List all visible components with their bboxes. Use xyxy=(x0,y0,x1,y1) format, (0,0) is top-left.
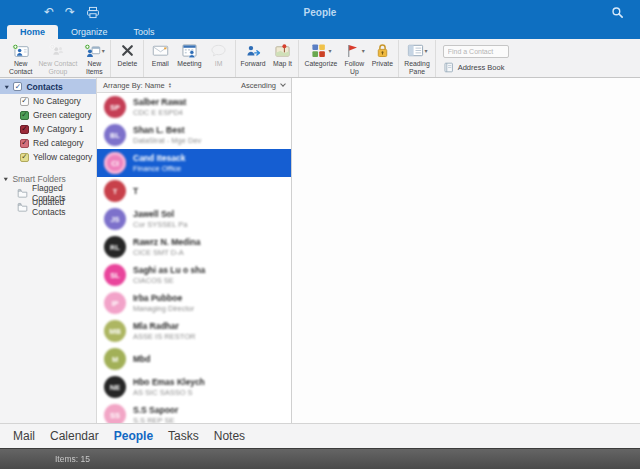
sidebar-contacts-label: Contacts xyxy=(26,82,62,92)
nav-item-mail[interactable]: Mail xyxy=(13,429,35,443)
titlebar: ↶ ↷ People xyxy=(0,0,640,24)
find-contact-input[interactable] xyxy=(443,45,509,58)
sidebar-category-item[interactable]: ✓No Category xyxy=(0,94,96,108)
forward-button[interactable]: Forward xyxy=(238,41,269,68)
contact-subtitle: ASSE IS RESTOR xyxy=(133,332,195,341)
search-icon[interactable] xyxy=(611,5,624,23)
contacts-checkbox[interactable]: ✓ xyxy=(13,82,22,91)
category-label: Green category xyxy=(33,110,92,120)
follow-up-button[interactable]: ▾Follow Up xyxy=(340,41,368,76)
contact-list-item[interactable]: RLRawrz N. MedinaCICE SMT D-A xyxy=(97,233,291,261)
tab-organize[interactable]: Organize xyxy=(58,25,121,39)
sidebar: ▼✓Contacts✓No Category✓Green category✓My… xyxy=(0,78,97,423)
category-checkbox[interactable]: ✓ xyxy=(20,111,29,120)
sidebar-smart-folder-item[interactable]: Updated Contacts xyxy=(0,200,96,214)
category-checkbox[interactable]: ✓ xyxy=(20,125,29,134)
category-checkbox[interactable]: ✓ xyxy=(20,139,29,148)
email-icon xyxy=(152,43,169,58)
contact-subtitle: Finance Office xyxy=(133,164,185,173)
ribbon-tab-strip: HomeOrganizeTools xyxy=(0,24,640,39)
contact-list-item[interactable]: SLSaghi as Lu o shaCIACOS SE xyxy=(97,261,291,289)
private-button[interactable]: Private xyxy=(368,41,396,68)
contact-list-item[interactable]: NEHbo Emas KleychAS SIC SASSO S xyxy=(97,373,291,401)
disclosure-triangle-icon[interactable]: ▼ xyxy=(3,84,10,90)
contact-name: Salber Rawat xyxy=(133,97,186,107)
smart-folder-label: Updated Contacts xyxy=(32,197,96,217)
ribbon-group: Delete xyxy=(111,40,144,77)
contact-list-item[interactable]: TT xyxy=(97,177,291,205)
undo-icon[interactable]: ↶ xyxy=(44,6,54,18)
meeting-button[interactable]: Meeting xyxy=(174,41,204,68)
contact-subtitle: Managing Director xyxy=(133,304,194,313)
status-bar: Items: 15 xyxy=(0,448,640,469)
dropdown-arrow-icon: ▾ xyxy=(102,47,105,54)
tab-home[interactable]: Home xyxy=(7,25,58,39)
sidebar-item-contacts[interactable]: ▼✓Contacts xyxy=(0,79,96,94)
print-icon[interactable] xyxy=(86,6,100,19)
chevron-down-icon xyxy=(280,81,286,87)
address-book-button[interactable]: Address Book xyxy=(443,62,509,73)
contact-name: T xyxy=(133,186,138,196)
contact-avatar: JS xyxy=(104,208,126,230)
new-items-icon xyxy=(84,43,101,58)
sidebar-category-item[interactable]: ✓Green category xyxy=(0,108,96,122)
follow-up-icon xyxy=(344,43,361,58)
redo-icon[interactable]: ↷ xyxy=(65,6,75,18)
sidebar-category-item[interactable]: ✓My Catgory 1 xyxy=(0,122,96,136)
sort-order-control[interactable]: Ascending xyxy=(241,81,285,90)
new-items-label: New Items xyxy=(86,60,103,76)
meeting-label: Meeting xyxy=(177,60,201,68)
sidebar-category-item[interactable]: ✓Yellow category xyxy=(0,150,96,164)
category-checkbox[interactable]: ✓ xyxy=(20,153,29,162)
contact-list-item[interactable]: JSJawell SolCor SYSSEL Pa xyxy=(97,205,291,233)
nav-item-calendar[interactable]: Calendar xyxy=(50,429,99,443)
contact-avatar: MB xyxy=(104,320,126,342)
categorize-button[interactable]: ▾Categorize xyxy=(301,41,340,68)
contact-list-item[interactable]: IPIrba PubboeManaging Director xyxy=(97,289,291,317)
contact-name: S.S Sapoor xyxy=(133,405,178,415)
ribbon: New ContactNew Contact Group▾New ItemsDe… xyxy=(0,39,640,78)
delete-icon xyxy=(119,43,136,58)
nav-item-people[interactable]: People xyxy=(114,429,153,443)
map-it-label: Map It xyxy=(273,60,292,68)
arrange-by-control[interactable]: Arrange By: Name ▴▾ xyxy=(103,81,171,90)
map-it-icon xyxy=(274,43,291,58)
contact-list-item[interactable]: SSS.S SapoorS.S REP SE xyxy=(97,401,291,423)
reading-pane xyxy=(292,78,640,423)
sidebar-category-item[interactable]: ✓Red category xyxy=(0,136,96,150)
contact-name: Cand Itesack xyxy=(133,153,185,163)
map-it-button[interactable]: Map It xyxy=(268,41,296,68)
contact-subtitle: DataStrat - Mge Dev xyxy=(133,136,201,145)
contact-list-item[interactable]: MMbd xyxy=(97,345,291,373)
address-book-icon xyxy=(443,62,454,73)
forward-icon xyxy=(245,43,262,58)
new-contact-button[interactable]: New Contact xyxy=(6,41,35,76)
reading-pane-button[interactable]: ▾Reading Pane xyxy=(401,41,432,76)
contact-list-item[interactable]: BLShan L. BestDataStrat - Mge Dev xyxy=(97,121,291,149)
contact-list-item[interactable]: SPSalber RawatCDC E ESPD4 xyxy=(97,93,291,121)
contact-avatar: CI xyxy=(104,152,126,174)
categorize-icon xyxy=(310,43,327,58)
new-items-button[interactable]: ▾New Items xyxy=(80,41,108,76)
outlook-window: ↶ ↷ People HomeOrganizeTools New Contact… xyxy=(0,0,640,469)
reading-pane-label: Reading Pane xyxy=(404,60,429,76)
contact-avatar: T xyxy=(104,180,126,202)
disclosure-triangle-icon[interactable]: ▼ xyxy=(2,176,9,182)
private-label: Private xyxy=(372,60,393,68)
delete-button[interactable]: Delete xyxy=(113,41,141,68)
contact-list-item[interactable]: CICand ItesackFinance Office xyxy=(97,149,291,177)
email-button[interactable]: Email xyxy=(146,41,174,68)
im-button: IM xyxy=(205,41,233,68)
email-label: Email xyxy=(152,60,169,68)
contact-name: Saghi as Lu o sha xyxy=(133,265,205,275)
new-contact-icon xyxy=(12,43,29,58)
nav-item-tasks[interactable]: Tasks xyxy=(168,429,199,443)
contact-list-pane: Arrange By: Name ▴▾ Ascending SPSalber R… xyxy=(97,78,292,423)
contact-name: Mbd xyxy=(133,354,150,364)
category-checkbox[interactable]: ✓ xyxy=(20,97,29,106)
bottom-nav: MailCalendarPeopleTasksNotes xyxy=(0,423,640,448)
new-contact-group-icon xyxy=(49,43,66,58)
contact-list-item[interactable]: MBMla RadharASSE IS RESTOR xyxy=(97,317,291,345)
nav-item-notes[interactable]: Notes xyxy=(214,429,245,443)
tab-tools[interactable]: Tools xyxy=(121,25,168,39)
